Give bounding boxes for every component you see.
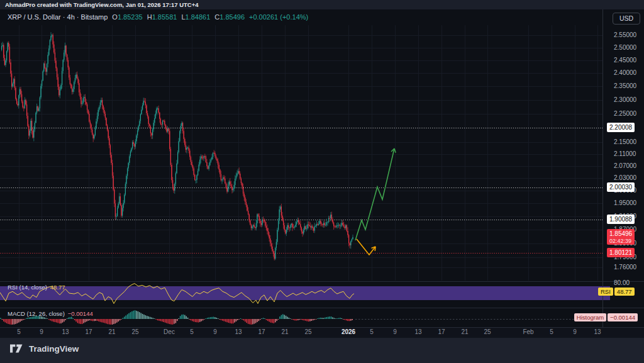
ohlc-open: O1.85235	[112, 13, 142, 21]
price-tick-2.55000: 2.55000	[614, 31, 636, 39]
price-label-1.90088: 1.90088	[607, 215, 635, 224]
time-tick-17: 17	[79, 328, 99, 337]
time-tick-9: 9	[31, 328, 52, 337]
time-tick-Dec: Dec	[159, 328, 179, 337]
price-label-1.80121: 1.80121	[607, 248, 635, 257]
rsi-indicator-title[interactable]: RSI (14, close)48.77	[8, 284, 65, 291]
symbol-title[interactable]: XRP / U.S. Dollar · 4h · Bitstamp	[8, 13, 108, 21]
price-label-2.00030: 2.00030	[607, 182, 635, 192]
price-label-2.20008: 2.20008	[607, 123, 635, 132]
price-tick-2.15000: 2.15000	[614, 138, 636, 146]
rsi-badge-value: 48.77	[614, 288, 635, 296]
price-tick-2.50000: 2.50000	[614, 44, 636, 52]
time-tick-17: 17	[431, 328, 452, 337]
rsi-last-value-badge: RSI 48.77	[598, 288, 635, 296]
time-tick-21: 21	[275, 328, 295, 337]
price-tick-2.25000: 2.25000	[614, 110, 636, 118]
time-tick-13: 13	[55, 328, 75, 337]
footer-strip	[0, 338, 644, 363]
price-tick-2.03000: 2.03000	[614, 174, 636, 182]
rsi-scale-tick: 80.00	[614, 279, 630, 286]
time-tick-17: 17	[252, 328, 272, 337]
time-tick-9: 9	[565, 328, 585, 337]
time-tick-13: 13	[587, 328, 608, 337]
macd-indicator-title[interactable]: MACD (12, 26, close)−0.00144	[8, 310, 93, 317]
tradingview-chart-window: AhmadPro created with TradingView.com, J…	[0, 0, 644, 363]
time-tick-25: 25	[477, 328, 497, 337]
tradingview-logo-icon	[10, 344, 25, 354]
time-tick-2026: 2026	[338, 328, 358, 337]
rsi-badge-label: RSI	[598, 288, 613, 296]
pane-separator-rsi-macd[interactable]	[0, 308, 644, 308]
price-tick-2.35000: 2.35000	[614, 82, 636, 90]
histogram-badge-label: Histogram	[574, 313, 606, 321]
time-tick-13: 13	[228, 328, 248, 337]
ohlc-high: H1.85581	[147, 13, 177, 21]
time-tick-5: 5	[9, 328, 29, 337]
price-tick-2.40000: 2.40000	[614, 69, 636, 77]
price-tick-1.95000: 1.95000	[614, 199, 636, 207]
ohlc-low: L1.84861	[181, 13, 210, 21]
rsi-value: 48.77	[50, 284, 65, 291]
time-tick-5: 5	[182, 328, 202, 337]
bullish-projection[interactable]	[355, 148, 394, 240]
time-tick-9: 9	[385, 328, 405, 337]
time-tick-13: 13	[408, 328, 428, 337]
chart-canvas[interactable]	[0, 0, 644, 363]
bearish-projection[interactable]	[357, 239, 375, 255]
macd-value: −0.00144	[68, 310, 93, 317]
time-tick-21: 21	[455, 328, 475, 337]
price-tick-2.07000: 2.07000	[614, 162, 636, 170]
price-tick-2.30000: 2.30000	[614, 96, 636, 104]
symbol-legend[interactable]: XRP / U.S. Dollar · 4h · Bitstamp O1.852…	[8, 10, 308, 24]
time-tick-Feb: Feb	[518, 328, 538, 337]
currency-unit-button[interactable]: USD	[613, 13, 640, 25]
price-label-1.85496: 1.8549602:42:39	[607, 229, 635, 245]
time-tick-25: 25	[298, 328, 318, 337]
time-tick-5: 5	[541, 328, 562, 337]
ohlc-close: C1.85496	[214, 13, 245, 21]
histogram-badge-value: −0.00144	[608, 313, 638, 321]
time-tick-5: 5	[362, 328, 382, 337]
time-tick-25: 25	[125, 328, 145, 337]
pane-separator-chart-rsi[interactable]	[0, 281, 644, 282]
countdown-timer: 02:42:39	[609, 238, 632, 244]
time-tick-9: 9	[205, 328, 225, 337]
price-tick-2.11000: 2.11000	[614, 150, 636, 158]
tradingview-logo[interactable]: TradingView	[10, 344, 79, 354]
tradingview-logo-text: TradingView	[29, 344, 79, 354]
time-tick-21: 21	[102, 328, 122, 337]
price-tick-2.45000: 2.45000	[614, 57, 636, 64]
price-change: +0.00261 (+0.14%)	[249, 13, 308, 21]
price-tick-1.76000: 1.76000	[614, 264, 636, 271]
macd-histogram-badge: Histogram −0.00144	[574, 313, 638, 321]
